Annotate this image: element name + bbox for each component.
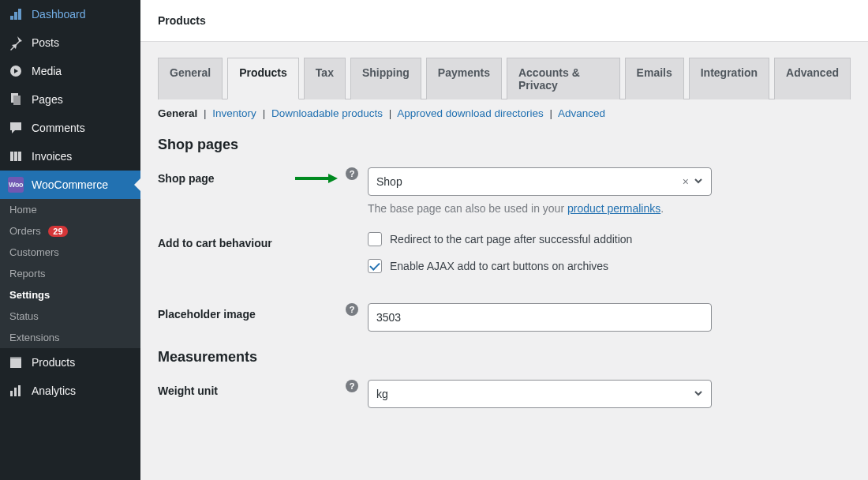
label-add-to-cart: Add to cart behaviour xyxy=(158,232,346,249)
pin-icon xyxy=(8,35,24,51)
tab-payments[interactable]: Payments xyxy=(426,58,502,99)
tab-emails[interactable]: Emails xyxy=(625,58,684,99)
page-title: Products xyxy=(158,14,851,27)
sidebar-sub-home[interactable]: Home xyxy=(0,199,140,220)
svg-rect-11 xyxy=(18,385,21,396)
subtab-general[interactable]: General xyxy=(158,107,197,119)
sidebar-item-dashboard[interactable]: Dashboard xyxy=(0,0,140,28)
select-value: Shop xyxy=(376,175,402,188)
chevron-down-icon xyxy=(694,388,703,400)
settings-tabs: General Products Tax Shipping Payments A… xyxy=(158,58,851,99)
tab-shipping[interactable]: Shipping xyxy=(350,58,421,99)
placeholder-image-input[interactable] xyxy=(368,303,712,332)
products-icon xyxy=(8,354,24,370)
help-icon[interactable]: ? xyxy=(346,303,358,316)
section-measurements: Measurements xyxy=(158,349,851,366)
top-bar: Products xyxy=(140,0,868,42)
checkbox-redirect-cart[interactable] xyxy=(368,232,382,246)
sidebar-label: Media xyxy=(32,65,62,77)
sidebar-item-woocommerce[interactable]: Woo WooCommerce xyxy=(0,171,140,199)
sidebar-sub-status[interactable]: Status xyxy=(0,306,140,327)
sidebar-sub-reports[interactable]: Reports xyxy=(0,263,140,284)
sidebar-item-analytics[interactable]: Analytics xyxy=(0,377,140,405)
select-value: kg xyxy=(376,388,388,400)
svg-rect-4 xyxy=(10,152,13,161)
comment-icon xyxy=(8,120,24,136)
dashboard-icon xyxy=(8,6,24,22)
svg-rect-10 xyxy=(14,388,17,396)
product-subtabs: General | Inventory | Downloadable produ… xyxy=(158,107,851,119)
label-shop-page: Shop page xyxy=(158,167,346,185)
woocommerce-icon: Woo xyxy=(8,177,24,193)
subtab-advanced[interactable]: Advanced xyxy=(558,107,605,119)
subtab-downloadable[interactable]: Downloadable products xyxy=(271,107,383,119)
tab-accounts-privacy[interactable]: Accounts & Privacy xyxy=(507,58,620,99)
svg-marker-13 xyxy=(328,174,338,183)
sidebar-sub-customers[interactable]: Customers xyxy=(0,242,140,263)
weight-unit-select[interactable]: kg xyxy=(368,380,712,408)
svg-rect-7 xyxy=(10,358,21,368)
subtab-inventory[interactable]: Inventory xyxy=(212,107,256,119)
clear-icon[interactable]: × xyxy=(683,175,689,188)
sidebar-item-products[interactable]: Products xyxy=(0,348,140,377)
label-weight-unit: Weight unit xyxy=(158,380,346,397)
tab-tax[interactable]: Tax xyxy=(304,58,346,99)
sidebar-item-invoices[interactable]: Invoices xyxy=(0,142,140,171)
svg-rect-5 xyxy=(14,152,17,161)
checkbox-label: Enable AJAX add to cart buttons on archi… xyxy=(390,260,608,272)
checkbox-label: Redirect to the cart page after successf… xyxy=(390,233,632,246)
sidebar-label: Comments xyxy=(32,122,85,134)
label-placeholder-image: Placeholder image xyxy=(158,303,346,321)
sidebar-label: Analytics xyxy=(32,384,76,397)
sidebar-label: Pages xyxy=(32,93,63,106)
tab-general[interactable]: General xyxy=(158,58,223,99)
sidebar-label: Products xyxy=(32,356,75,369)
sidebar-label: Dashboard xyxy=(32,8,86,21)
admin-sidebar: Dashboard Posts Media Pages Comments Inv… xyxy=(0,0,140,480)
svg-rect-3 xyxy=(13,96,21,105)
help-icon[interactable]: ? xyxy=(346,167,358,180)
main-content: Products General Products Tax Shipping P… xyxy=(140,0,868,480)
sidebar-item-posts[interactable]: Posts xyxy=(0,28,140,57)
sidebar-label: Invoices xyxy=(32,150,72,163)
section-shop-pages: Shop pages xyxy=(158,137,851,153)
permalinks-link[interactable]: product permalinks xyxy=(567,202,660,215)
sidebar-sub-orders[interactable]: Orders 29 xyxy=(0,220,140,242)
pages-icon xyxy=(8,92,24,107)
sidebar-item-media[interactable]: Media xyxy=(0,57,140,85)
svg-rect-8 xyxy=(10,357,21,359)
checkbox-ajax-add-to-cart[interactable] xyxy=(368,259,382,273)
help-icon[interactable]: ? xyxy=(346,380,358,392)
tab-integration[interactable]: Integration xyxy=(689,58,769,99)
shop-page-select[interactable]: Shop × xyxy=(368,167,712,196)
sidebar-label: Posts xyxy=(32,36,59,49)
tab-products[interactable]: Products xyxy=(227,58,299,99)
sidebar-label: WooCommerce xyxy=(32,178,108,191)
subtab-approved-dirs[interactable]: Approved download directories xyxy=(397,107,543,119)
svg-rect-6 xyxy=(18,152,21,161)
media-icon xyxy=(8,63,24,79)
svg-rect-9 xyxy=(10,391,13,396)
sidebar-sub-extensions[interactable]: Extensions xyxy=(0,327,140,348)
sidebar-item-pages[interactable]: Pages xyxy=(0,85,140,114)
invoice-icon xyxy=(8,148,24,164)
analytics-icon xyxy=(8,383,24,399)
sidebar-sub-settings[interactable]: Settings xyxy=(0,284,140,306)
tab-advanced[interactable]: Advanced xyxy=(774,58,851,99)
chevron-down-icon xyxy=(694,175,703,188)
shop-page-hint: The base page can also be used in your p… xyxy=(368,202,851,215)
orders-badge: 29 xyxy=(48,226,67,237)
arrow-callout xyxy=(294,172,341,185)
sidebar-item-comments[interactable]: Comments xyxy=(0,114,140,142)
